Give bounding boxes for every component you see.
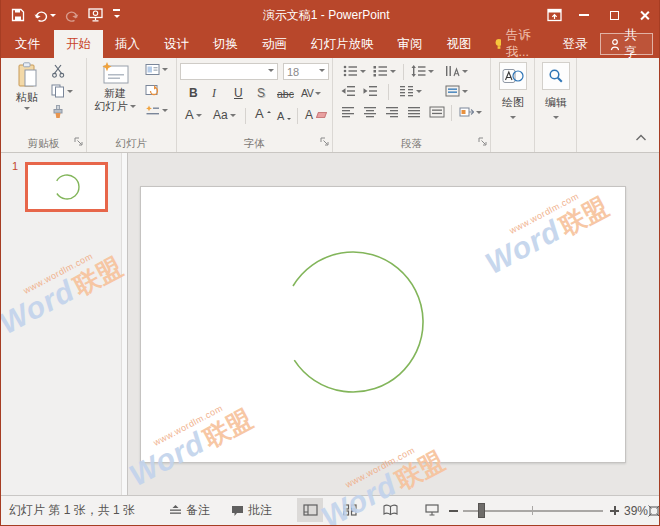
text-shadow-button[interactable]: S [257,86,265,100]
bold-button[interactable]: B [189,86,198,100]
section-button[interactable] [145,105,168,116]
thumbnail-scrollbar[interactable] [121,153,127,495]
ribbon-display-options-button[interactable] [539,0,569,30]
paragraph-dialog-launcher[interactable] [478,136,488,150]
close-button[interactable] [629,0,659,30]
drawing-button[interactable]: 绘图 [499,62,527,122]
undo-dropdown-icon[interactable] [50,14,56,20]
convert-smartart-button[interactable] [459,106,482,118]
normal-view-button[interactable] [297,498,323,522]
tab-review[interactable]: 审阅 [386,30,435,58]
tab-animations[interactable]: 动画 [250,30,299,58]
text-direction-dropdown-icon[interactable] [462,70,468,76]
line-spacing-dropdown-icon[interactable] [428,70,434,76]
slideshow-view-button[interactable] [419,498,445,522]
copy-dropdown-icon[interactable] [67,90,73,96]
clipboard-dialog-launcher[interactable] [74,136,84,150]
increase-indent-button[interactable] [363,85,378,97]
strikethrough-button[interactable]: abc [277,87,294,101]
reset-slide-button[interactable] [145,84,160,96]
align-text-dropdown-icon[interactable] [462,90,468,96]
paste-button[interactable]: 粘贴 [9,62,45,113]
slide-thumbnail[interactable] [25,162,108,212]
editing-group: 编辑 [535,58,577,152]
line-spacing-button[interactable] [411,65,434,77]
sign-in-button[interactable]: 登录 [553,30,598,58]
align-right-button[interactable] [385,106,399,118]
zoom-level[interactable]: 39% [624,496,648,525]
font-dialog-launcher[interactable] [320,136,330,150]
layout-dropdown-icon[interactable] [162,68,168,74]
slide-layout-button[interactable] [145,64,168,75]
slide-canvas[interactable] [140,186,626,463]
font-name-combo[interactable] [180,63,278,80]
thumbnail-arc-shape [53,173,81,201]
text-direction-icon [445,65,460,77]
notes-button[interactable]: 备注 [169,496,210,525]
fit-slide-to-window-button[interactable] [648,496,660,525]
text-direction-button[interactable] [445,65,468,77]
numbering-dropdown-icon[interactable] [390,70,396,76]
format-painter-button[interactable] [51,105,65,119]
align-center-button[interactable] [363,106,377,118]
tab-view[interactable]: 视图 [435,30,484,58]
font-color-button[interactable]: A [185,108,202,122]
paste-clipboard-icon [16,62,38,88]
bullets-button[interactable] [343,65,366,77]
slide-sorter-view-button[interactable] [337,498,363,522]
numbering-button[interactable] [373,65,396,77]
slide-thumbnail-panel[interactable]: 1 [1,153,128,495]
zoom-out-button[interactable] [449,496,458,525]
shrink-font-button[interactable]: A [277,109,291,123]
columns-dropdown-icon[interactable] [416,90,422,96]
section-dropdown-icon[interactable] [162,109,168,115]
tab-transitions[interactable]: 切换 [201,30,250,58]
tab-file[interactable]: 文件 [1,30,54,58]
customize-qat-button[interactable] [113,9,120,20]
zoom-slider-thumb[interactable] [478,503,485,518]
distribute-button[interactable] [429,106,445,118]
reading-view-button[interactable] [377,498,403,522]
decrease-indent-button[interactable] [341,85,356,97]
drawing-group: 绘图 [491,58,535,152]
character-spacing-button[interactable]: AV [301,86,321,100]
paragraph-group: 段落 [333,58,491,152]
justify-button[interactable] [407,106,421,118]
underline-button[interactable]: U [234,86,243,100]
columns-button[interactable] [399,85,422,97]
align-text-button[interactable] [445,85,468,97]
redo-button[interactable] [65,9,79,22]
start-slideshow-button[interactable] [88,8,104,22]
tab-design[interactable]: 设计 [152,30,201,58]
maximize-button[interactable] [599,0,629,30]
copy-button[interactable] [51,84,73,98]
workspace: 1 [1,153,659,495]
columns-icon [399,85,414,97]
cut-button[interactable] [51,64,65,78]
arc-shape[interactable] [278,247,428,397]
comments-button[interactable]: 批注 [231,496,272,525]
tab-insert[interactable]: 插入 [103,30,152,58]
tab-slideshow[interactable]: 幻灯片放映 [299,30,386,58]
save-icon[interactable] [11,8,25,22]
change-case-button[interactable]: Aa [213,108,236,122]
bullets-dropdown-icon[interactable] [360,70,366,76]
clear-formatting-button[interactable]: A [305,108,326,122]
smartart-dropdown-icon[interactable] [476,111,482,117]
new-slide-button[interactable]: 新建 幻灯片 [91,62,139,113]
tell-me-box[interactable]: 告诉我... [484,30,553,58]
magnifier-icon [542,62,570,90]
tab-home[interactable]: 开始 [54,30,103,58]
grow-font-button[interactable]: A [255,107,271,121]
align-left-button[interactable] [341,106,355,118]
slides-group: 新建 幻灯片 幻灯片 [87,58,177,152]
undo-button[interactable] [34,9,56,22]
format-painter-icon [51,105,65,119]
zoom-in-button[interactable] [610,496,619,525]
font-size-combo[interactable]: 18 [283,63,329,80]
editing-button[interactable]: 编辑 [542,62,570,122]
minimize-button[interactable] [569,0,599,30]
italic-button[interactable]: I [212,86,216,100]
collapse-ribbon-button[interactable] [635,130,647,144]
share-button[interactable]: 共享 [600,33,653,55]
